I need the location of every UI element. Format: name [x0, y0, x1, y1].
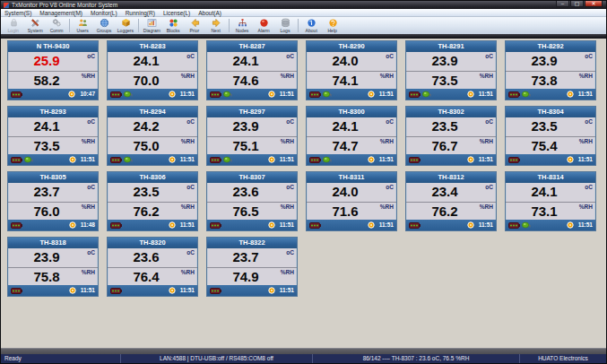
last-update-time: 11:51 — [578, 220, 593, 230]
toolbar-help-button[interactable]: Help — [322, 17, 343, 34]
toolbar-about-button[interactable]: About — [300, 17, 322, 34]
last-update-time: 11:51 — [81, 285, 95, 296]
logger-card[interactable]: TH-8283 24.1 oC 70.0 %RH — [107, 40, 198, 100]
card-status-bar: 11:51 — [108, 89, 197, 100]
battery-icon — [210, 157, 221, 163]
close-button[interactable]: ✕ — [585, 1, 603, 7]
power-plug-icon — [522, 221, 532, 229]
arrow-left-icon — [190, 18, 200, 28]
logger-card[interactable]: TH-8306 23.5 oC 76.2 %RH — [107, 171, 198, 231]
tools-icon — [30, 18, 40, 28]
logger-card[interactable]: TH-8311 24.0 oC 71.6 %RH — [306, 171, 397, 231]
logger-name: TH-8318 — [8, 238, 98, 248]
toolbar-loggers-button[interactable]: Loggers — [115, 17, 136, 34]
toolbar-diagram-button[interactable]: Diagram — [141, 17, 162, 34]
temperature-unit: oC — [386, 118, 394, 125]
logger-card[interactable]: TH-8304 23.5 oC 75.4 %RH — [505, 106, 596, 166]
menu-abouta[interactable]: About(A) — [198, 9, 221, 17]
maximize-button[interactable]: ▢ — [570, 1, 584, 7]
humidity-unit: %RH — [82, 138, 95, 144]
power-plug-icon — [422, 91, 432, 98]
cards-grid: N TH-9430 25.9 oC 58.2 %RH — [7, 40, 600, 297]
toolbar-users-button[interactable]: Users — [72, 17, 93, 34]
temperature-unit: oC — [87, 184, 95, 190]
network-icon — [238, 18, 247, 28]
humidity-unit: %RH — [380, 73, 394, 79]
humidity-value: 73.5 — [406, 72, 483, 90]
logger-card[interactable]: TH-8294 24.2 oC 75.0 %RH — [107, 106, 198, 166]
logger-card[interactable]: TH-8312 23.4 oC 76.2 %RH — [405, 171, 497, 231]
humidity-value: 58.2 — [8, 72, 85, 90]
minimize-button[interactable]: – — [556, 1, 569, 7]
logger-card[interactable]: TH-8322 23.7 oC 74.9 %RH — [206, 237, 298, 297]
logger-card[interactable]: TH-8291 23.9 oC 73.5 %RH — [405, 40, 497, 100]
toolbar-groups-button[interactable]: Groups — [93, 17, 115, 34]
card-status-bar: 11:51 — [108, 154, 197, 165]
logger-card[interactable]: TH-8293 24.1 oC 73.5 %RH — [7, 106, 99, 166]
logger-card[interactable]: TH-8290 24.0 oC 74.1 %RH — [306, 40, 397, 100]
humidity-unit: %RH — [281, 269, 294, 275]
toolbar-blocks-button[interactable]: Blocks — [162, 17, 184, 34]
menu-systems[interactable]: System(S) — [4, 9, 31, 17]
humidity-unit: %RH — [82, 269, 95, 275]
logger-card[interactable]: TH-8297 23.9 oC 75.1 %RH — [206, 106, 298, 166]
logger-card[interactable]: TH-8318 23.9 oC 75.8 %RH — [7, 237, 99, 297]
menu-monitorl[interactable]: Monitor(L) — [91, 9, 117, 17]
clock-icon — [69, 156, 76, 163]
toolbar-system-button[interactable]: System — [24, 17, 46, 34]
logger-name: TH-8300 — [307, 107, 396, 117]
clock-icon — [467, 91, 474, 98]
toolbar-next-button[interactable]: Next — [205, 17, 227, 34]
last-update-time: 11:51 — [379, 220, 394, 230]
battery-icon — [309, 91, 321, 98]
toolbar-button-label: Loggers — [117, 28, 134, 33]
humidity-unit: %RH — [181, 269, 195, 275]
window-title: TxMonitor Pro V8 Online Monitor System — [12, 1, 117, 9]
logger-name: TH-8320 — [108, 238, 197, 248]
temperature-value: 24.2 — [108, 117, 185, 136]
toolbar-comm-button[interactable]: Comm — [46, 17, 67, 34]
last-update-time: 11:51 — [180, 285, 195, 296]
humidity-value: 76.2 — [108, 203, 185, 221]
last-update-time: 11:51 — [479, 220, 493, 230]
toolbar-prior-button[interactable]: Prior — [184, 17, 205, 34]
logger-card[interactable]: N TH-9430 25.9 oC 58.2 %RH — [7, 40, 99, 100]
humidity-value: 73.8 — [506, 72, 583, 90]
toolbar-logs-button[interactable]: Logs — [274, 17, 296, 34]
humidity-unit: %RH — [579, 204, 593, 210]
logger-card[interactable]: TH-8287 24.1 oC 74.6 %RH — [206, 40, 298, 100]
card-status-bar: 11:51 — [406, 89, 496, 100]
power-plug-icon — [24, 156, 34, 163]
logger-name: TH-8290 — [307, 41, 396, 52]
database-icon — [281, 18, 290, 28]
card-status-bar: 11:51 — [506, 154, 595, 165]
logger-card[interactable]: TH-8307 23.6 oC 76.5 %RH — [206, 171, 298, 231]
humidity-value: 73.1 — [506, 203, 583, 221]
logger-card[interactable]: TH-8300 24.1 oC 74.7 %RH — [306, 106, 397, 166]
clock-icon — [368, 156, 375, 163]
toolbar-login-button: Login — [3, 17, 24, 34]
last-update-time: 11:51 — [280, 220, 294, 230]
logger-card[interactable]: TH-8320 23.6 oC 76.4 %RH — [107, 237, 198, 297]
toolbar-button-label: Nodes — [236, 28, 249, 33]
temperature-value: 23.5 — [406, 117, 483, 136]
toolbar-nodes-button[interactable]: Nodes — [231, 17, 253, 34]
toolbar-alarm-button[interactable]: Alarm — [253, 17, 274, 34]
logger-card[interactable]: TH-8292 23.9 oC 73.8 %RH — [505, 40, 596, 100]
clock-icon — [169, 91, 176, 98]
battery-icon — [11, 222, 22, 229]
window-controls: – ▢ ✕ — [555, 1, 603, 7]
menu-runningr[interactable]: Running(R) — [126, 9, 155, 17]
logger-name: TH-8307 — [207, 172, 297, 183]
logger-card[interactable]: TH-8305 23.7 oC 76.0 %RH — [7, 171, 99, 231]
logger-card[interactable]: TH-8302 23.5 oC 76.7 %RH — [405, 106, 497, 166]
clock-icon — [169, 221, 176, 229]
logger-name: TH-8302 — [406, 107, 496, 117]
last-update-time: 11:51 — [379, 154, 394, 165]
last-update-time: 11:51 — [479, 89, 493, 100]
temperature-unit: oC — [585, 118, 593, 125]
menu-licensel[interactable]: License(L) — [163, 9, 190, 17]
logger-card[interactable]: TH-8314 24.1 oC 73.1 %RH — [505, 171, 596, 231]
app-logo-icon — [4, 3, 9, 8]
menu-managementm[interactable]: Management(M) — [39, 9, 82, 17]
